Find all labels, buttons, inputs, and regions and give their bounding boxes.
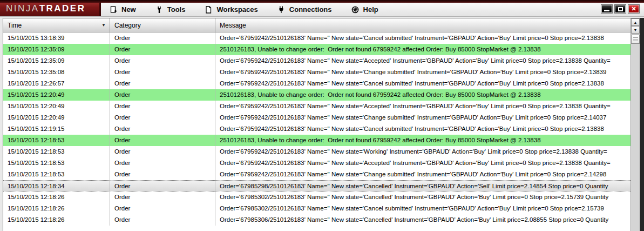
plug-icon [277, 6, 285, 14]
cell-time: 15/10/2015 12:20:49 [3, 112, 110, 123]
menu-item-label: New [121, 5, 136, 14]
cell-category: Order [110, 67, 215, 78]
table-row[interactable]: 15/10/2015 12:20:49Order2510126183, Unab… [3, 89, 631, 101]
cell-category: Order [110, 55, 215, 67]
cell-message: 2510126183, Unable to change order: Orde… [215, 89, 631, 101]
maximize-button[interactable] [614, 4, 626, 14]
cell-category: Order [110, 135, 215, 146]
cell-time: 15/10/2015 12:18:53 [3, 169, 110, 180]
cell-time: 15/10/2015 12:18:53 [3, 135, 110, 146]
scroll-down-button[interactable]: ▼ [631, 26, 640, 34]
cell-category: Order [110, 101, 215, 112]
column-header-message[interactable]: Message [215, 18, 640, 32]
minimize-button[interactable] [601, 4, 613, 14]
column-header-label: Message [220, 22, 246, 29]
cell-message: Order='67985298/2510126183' Name='' New … [215, 181, 631, 191]
cell-message: 2510126183, Unable to change order: Orde… [215, 44, 631, 55]
cell-category: Order [110, 203, 215, 214]
scrollbar-thumb[interactable] [631, 35, 640, 44]
table-row[interactable]: 15/10/2015 12:18:26OrderOrder='67985306/… [3, 214, 631, 226]
table-row[interactable]: 15/10/2015 12:18:34OrderOrder='67985298/… [3, 180, 631, 192]
table-row[interactable]: 15/10/2015 12:20:49OrderOrder='67959242/… [3, 101, 631, 112]
menu-bar: New Tools Workspaces Connections [110, 3, 378, 16]
table-row[interactable]: 15/10/2015 12:26:57OrderOrder='67959242/… [3, 78, 631, 89]
cell-category: Order [110, 78, 215, 89]
close-icon: ✕ [631, 6, 636, 12]
table-row[interactable]: 15/10/2015 12:18:53Order2510126183, Unab… [3, 135, 631, 146]
table-row[interactable]: 15/10/2015 12:18:26OrderOrder='67985302/… [3, 203, 631, 214]
column-header-label: Category [114, 22, 141, 29]
vertical-scrollbar[interactable]: ▲ ▼ [631, 18, 640, 231]
menu-item-label: Help [363, 5, 378, 14]
cell-time: 15/10/2015 12:18:26 [3, 214, 110, 226]
cell-time: 15/10/2015 12:18:53 [3, 146, 110, 157]
ninjatrader-log-window: NINJATRADER New Tools Workspaces [0, 0, 644, 231]
cell-time: 15/10/2015 12:18:26 [3, 192, 110, 203]
cell-message: Order='67985302/2510126183' Name='' New … [215, 203, 631, 214]
scroll-down-icon: ▼ [634, 28, 638, 32]
menu-item-label: Workspaces [216, 5, 257, 14]
table-row[interactable]: 15/10/2015 12:35:09OrderOrder='67959242/… [3, 55, 631, 67]
cell-message: Order='67959242/2510126183' Name='' New … [215, 32, 631, 44]
cell-category: Order [110, 89, 215, 101]
table-row[interactable]: 15/10/2015 12:35:09Order2510126183, Unab… [3, 44, 631, 55]
logo-text-light: NINJA [6, 4, 39, 13]
table-row[interactable]: 15/10/2015 12:19:15OrderOrder='67959242/… [3, 123, 631, 135]
log-table: Time ▼ Category Message 15/10/2015 13:18… [3, 18, 640, 231]
cell-time: 15/10/2015 13:18:39 [3, 32, 110, 44]
menu-item-new[interactable]: New [110, 5, 136, 14]
workspace-document-icon [205, 6, 212, 14]
cell-category: Order [110, 169, 215, 180]
table-row[interactable]: 15/10/2015 12:20:49OrderOrder='67959242/… [3, 112, 631, 123]
menu-item-tools[interactable]: Tools [155, 5, 186, 14]
cell-category: Order [110, 146, 215, 157]
cell-time: 15/10/2015 12:35:09 [3, 44, 110, 55]
window-top-border [0, 0, 644, 3]
cell-category: Order [110, 214, 215, 226]
maximize-icon [618, 7, 623, 11]
table-row[interactable]: 15/10/2015 12:18:53OrderOrder='67959242/… [3, 146, 631, 157]
menu-item-help[interactable]: Help [351, 5, 378, 14]
scroll-up-icon: ▲ [634, 21, 638, 24]
table-row[interactable]: 15/10/2015 13:18:39OrderOrder='67959242/… [3, 32, 631, 44]
table-row[interactable]: 15/10/2015 12:35:08OrderOrder='67959242/… [3, 67, 631, 78]
cell-category: Order [110, 181, 215, 191]
cell-time: 15/10/2015 12:19:15 [3, 123, 110, 135]
cell-message: Order='67959242/2510126183' Name='' New … [215, 169, 631, 180]
menu-item-label: Tools [167, 5, 186, 14]
cell-category: Order [110, 32, 215, 44]
close-button[interactable]: ✕ [628, 4, 640, 14]
menu-item-workspaces[interactable]: Workspaces [205, 5, 257, 14]
menu-item-label: Connections [289, 5, 332, 14]
cell-category: Order [110, 112, 215, 123]
column-header-time[interactable]: Time ▼ [3, 18, 110, 32]
cell-time: 15/10/2015 12:18:53 [3, 157, 110, 169]
cell-time: 15/10/2015 12:20:49 [3, 101, 110, 112]
logo-text-bold: TRADER [39, 4, 86, 13]
new-document-icon [110, 6, 117, 14]
window-right-border [640, 18, 644, 231]
table-row[interactable]: 15/10/2015 12:18:53OrderOrder='67959242/… [3, 157, 631, 169]
cell-message: Order='67959242/2510126183' Name='' New … [215, 112, 631, 123]
cell-message: Order='67959242/2510126183' Name='' New … [215, 123, 631, 135]
table-row[interactable]: 15/10/2015 12:18:26OrderOrder='67985302/… [3, 192, 631, 203]
cell-message: Order='67959242/2510126183' Name='' New … [215, 146, 631, 157]
cell-message: 2510126183, Unable to change order: Orde… [215, 135, 631, 146]
cell-category: Order [110, 44, 215, 55]
column-header-category[interactable]: Category [110, 18, 215, 32]
table-row[interactable]: 15/10/2015 12:18:53OrderOrder='67959242/… [3, 169, 631, 180]
cell-message: Order='67959242/2510126183' Name='' New … [215, 157, 631, 169]
cell-message: Order='67985306/2510126183' Name='' New … [215, 214, 631, 226]
cell-message: Order='67959242/2510126183' Name='' New … [215, 67, 631, 78]
cell-time: 15/10/2015 12:35:09 [3, 55, 110, 67]
cell-time: 15/10/2015 12:20:49 [3, 89, 110, 101]
cell-category: Order [110, 192, 215, 203]
menu-item-connections[interactable]: Connections [277, 5, 332, 14]
cell-time: 15/10/2015 12:18:26 [3, 203, 110, 214]
column-header-label: Time [8, 22, 22, 29]
scroll-up-button[interactable]: ▲ [631, 18, 640, 26]
sort-dropdown-icon[interactable]: ▼ [101, 23, 106, 28]
scrollbar-grip-icon [633, 37, 638, 41]
cell-message: Order='67959242/2510126183' Name='' New … [215, 78, 631, 89]
cell-time: 15/10/2015 12:18:34 [3, 181, 110, 191]
